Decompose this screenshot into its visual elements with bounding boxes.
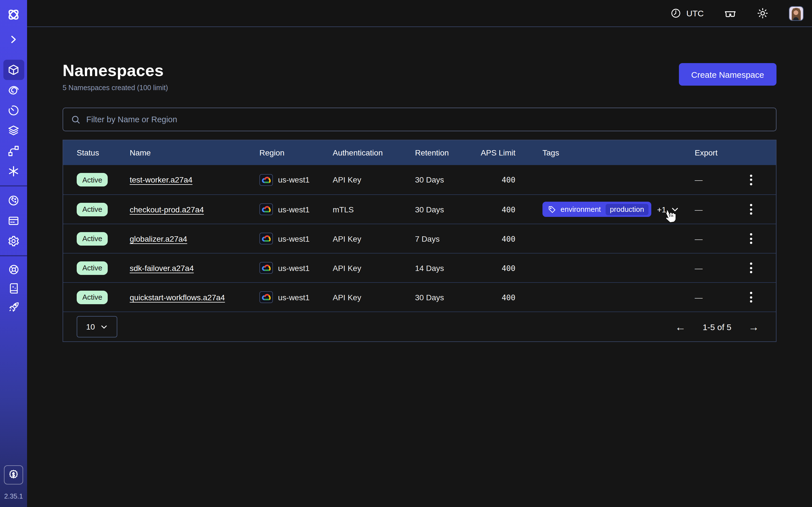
row-menu-button[interactable] bbox=[748, 231, 755, 246]
row-menu-button[interactable] bbox=[748, 290, 755, 305]
auth-label: API Key bbox=[333, 293, 415, 302]
namespace-link[interactable]: sdk-failover.a27a4 bbox=[130, 263, 194, 272]
sidebar-item-settings[interactable] bbox=[0, 231, 27, 251]
tags-expand-button[interactable]: +1 bbox=[657, 205, 679, 214]
page-subtitle: 5 Namespaces created (100 limit) bbox=[63, 84, 168, 92]
billing-card-icon bbox=[7, 215, 20, 227]
export-value: — bbox=[695, 175, 703, 184]
sidebar-item-getting-started[interactable] bbox=[0, 297, 27, 316]
spiral-eye-icon bbox=[7, 84, 20, 96]
sidebar-item-schedules[interactable] bbox=[0, 100, 27, 121]
retention-label: 30 Days bbox=[415, 175, 480, 184]
export-value: — bbox=[695, 293, 703, 302]
table-row: Active checkout-prod.a27a4 us-west1 mTLS bbox=[63, 194, 776, 224]
sidebar-item-billing[interactable] bbox=[0, 211, 27, 231]
status-badge: Active bbox=[77, 203, 108, 216]
row-menu-button[interactable] bbox=[748, 172, 755, 187]
gcp-cloud-icon bbox=[259, 262, 273, 274]
next-page-button[interactable]: → bbox=[748, 321, 759, 332]
cube-icon bbox=[7, 64, 20, 76]
sidebar-item-monitoring[interactable] bbox=[0, 80, 27, 100]
table-header: Status Name Region Authentication Retent… bbox=[63, 140, 776, 165]
gear-icon bbox=[7, 235, 20, 247]
theme-toggle-button[interactable] bbox=[757, 7, 769, 19]
sidebar-item-deployments[interactable] bbox=[0, 121, 27, 141]
spend-button[interactable] bbox=[4, 465, 23, 485]
feedback-glasses-button[interactable] bbox=[724, 7, 737, 19]
user-avatar[interactable] bbox=[789, 6, 804, 20]
namespace-link[interactable]: quickstart-workflows.a27a4 bbox=[130, 293, 225, 302]
timer-icon bbox=[7, 104, 20, 117]
region-label: us-west1 bbox=[278, 234, 310, 243]
page-size-select[interactable]: 10 bbox=[77, 316, 117, 337]
tags-more-count: +1 bbox=[657, 205, 666, 214]
column-header-aps-limit: APS Limit bbox=[480, 148, 523, 157]
sidebar-item-namespaces[interactable] bbox=[0, 60, 27, 80]
temporal-logo-icon[interactable] bbox=[6, 7, 21, 22]
table-row: Active globalizer.a27a4 us-west1 API Key bbox=[63, 224, 776, 253]
table-footer: 10 ← 1-5 of 5 → bbox=[63, 312, 776, 341]
search-icon bbox=[71, 115, 81, 124]
table-row: Active quickstart-workflows.a27a4 us-wes… bbox=[63, 282, 776, 312]
chevron-down-icon bbox=[101, 323, 108, 330]
page-size-value: 10 bbox=[86, 322, 95, 331]
sidebar-item-nexus[interactable] bbox=[0, 161, 27, 181]
create-namespace-button[interactable]: Create Namespace bbox=[679, 63, 776, 86]
status-badge: Active bbox=[77, 173, 108, 186]
table-row: Active test-worker.a27a4 us-west1 API Ke… bbox=[63, 165, 776, 194]
export-value: — bbox=[695, 234, 703, 243]
workflow-branch-icon bbox=[7, 145, 20, 157]
clock-icon bbox=[670, 8, 681, 18]
auth-label: mTLS bbox=[333, 205, 415, 214]
app-version: 2.35.1 bbox=[4, 492, 23, 500]
export-value: — bbox=[695, 205, 703, 214]
region-label: us-west1 bbox=[278, 175, 310, 184]
aps-limit-value: 400 bbox=[502, 205, 515, 214]
gcp-cloud-icon bbox=[259, 233, 273, 244]
chevron-down-icon bbox=[671, 205, 679, 213]
main-content: Namespaces 5 Namespaces created (100 lim… bbox=[27, 27, 812, 507]
table-row: Active sdk-failover.a27a4 us-west1 API K… bbox=[63, 253, 776, 282]
prev-page-button[interactable]: ← bbox=[675, 321, 686, 332]
sidebar-item-usage[interactable] bbox=[0, 190, 27, 211]
aps-limit-value: 400 bbox=[502, 175, 515, 184]
namespace-link[interactable]: test-worker.a27a4 bbox=[130, 175, 193, 184]
row-menu-button[interactable] bbox=[748, 260, 755, 276]
gcp-cloud-icon bbox=[259, 174, 273, 186]
namespace-link[interactable]: checkout-prod.a27a4 bbox=[130, 205, 204, 214]
retention-label: 7 Days bbox=[415, 234, 480, 243]
status-badge: Active bbox=[77, 232, 108, 245]
sidebar-expand-icon[interactable] bbox=[9, 33, 18, 46]
column-header-status: Status bbox=[63, 148, 130, 157]
gcp-cloud-icon bbox=[259, 203, 273, 215]
lifebuoy-icon bbox=[8, 264, 19, 276]
retention-label: 30 Days bbox=[415, 293, 480, 302]
auth-label: API Key bbox=[333, 263, 415, 272]
app-screen: 2.35.1 UTC bbox=[0, 0, 812, 507]
tag-value: production bbox=[605, 204, 649, 215]
sidebar-item-workflows[interactable] bbox=[0, 141, 27, 161]
glasses-icon bbox=[724, 7, 737, 19]
region-label: us-west1 bbox=[278, 263, 310, 272]
namespace-link[interactable]: globalizer.a27a4 bbox=[130, 234, 187, 243]
auth-label: API Key bbox=[333, 234, 415, 243]
column-header-tags: Tags bbox=[523, 148, 695, 157]
region-label: us-west1 bbox=[278, 205, 310, 214]
aps-limit-value: 400 bbox=[502, 234, 515, 243]
aps-limit-value: 400 bbox=[502, 263, 515, 272]
filter-input[interactable] bbox=[86, 115, 768, 124]
sidebar-item-docs[interactable] bbox=[0, 279, 27, 297]
region-label: us-west1 bbox=[278, 293, 310, 302]
column-header-region: Region bbox=[259, 148, 333, 157]
tag-pill[interactable]: environment production bbox=[543, 202, 652, 217]
row-menu-button[interactable] bbox=[748, 202, 755, 217]
status-badge: Active bbox=[77, 261, 108, 275]
timezone-selector[interactable]: UTC bbox=[670, 8, 704, 18]
namespaces-table: Status Name Region Authentication Retent… bbox=[63, 140, 776, 342]
sidebar-item-support[interactable] bbox=[0, 260, 27, 279]
gauge-icon bbox=[7, 194, 20, 207]
export-value: — bbox=[695, 263, 703, 272]
dollar-badge-icon bbox=[7, 469, 20, 481]
retention-label: 14 Days bbox=[415, 263, 480, 272]
layers-icon bbox=[7, 124, 20, 137]
